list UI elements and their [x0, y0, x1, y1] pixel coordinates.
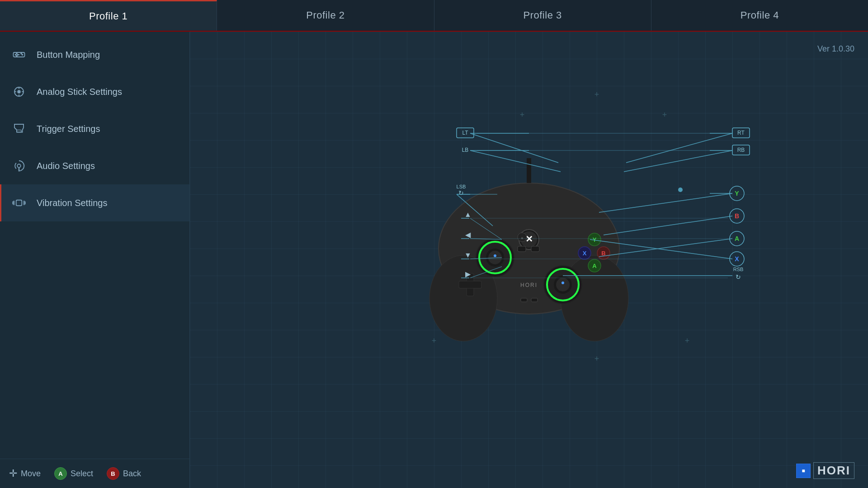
svg-text:LSB: LSB [457, 184, 466, 189]
svg-rect-88 [732, 128, 750, 138]
svg-text:↻: ↻ [736, 273, 741, 281]
svg-point-24 [561, 255, 628, 341]
svg-point-36 [556, 278, 570, 291]
b-button-icon: B [107, 467, 119, 480]
svg-text:RT: RT [737, 130, 745, 136]
svg-rect-41 [467, 273, 474, 296]
svg-text:+: + [520, 110, 525, 119]
svg-text:+: + [432, 336, 437, 345]
svg-text:+: + [685, 336, 690, 345]
button-mapping-label: Button Mapping [37, 50, 100, 60]
svg-text:◀: ◀ [465, 231, 471, 239]
svg-rect-42 [459, 281, 481, 288]
svg-point-34 [547, 269, 579, 300]
svg-point-45 [597, 247, 610, 259]
select-control: A Select [54, 467, 93, 480]
tab-profile3[interactable]: Profile 3 [434, 0, 651, 31]
svg-rect-6 [19, 54, 20, 56]
svg-point-35 [554, 276, 572, 294]
hori-icon: ■ [796, 464, 811, 478]
vibration-icon [10, 194, 28, 211]
svg-point-38 [519, 230, 539, 249]
svg-text:≡: ≡ [521, 236, 524, 240]
svg-point-103 [730, 231, 744, 246]
svg-text:B: B [735, 212, 739, 220]
tab-profile1-label: Profile 1 [89, 10, 127, 22]
tab-profile4-label: Profile 4 [741, 9, 779, 21]
svg-rect-64 [457, 145, 474, 155]
svg-point-37 [561, 282, 564, 284]
sidebar-item-button-mapping[interactable]: Button Mapping [0, 36, 189, 73]
svg-rect-52 [531, 246, 539, 252]
content-area: Ver 1.0.30 [190, 32, 868, 488]
svg-text:↻: ↻ [458, 189, 464, 197]
tab-profile2[interactable]: Profile 2 [217, 0, 434, 31]
annotation-svg: ✕ Y B A [190, 32, 868, 488]
sidebar-item-audio[interactable]: Audio Settings [0, 147, 189, 184]
trigger-label: Trigger Settings [37, 124, 100, 134]
back-label: Back [123, 469, 141, 479]
dpad-icon: ✛ [9, 468, 17, 479]
svg-point-27 [478, 240, 512, 275]
svg-point-43 [588, 233, 601, 246]
svg-text:A: A [592, 263, 597, 269]
svg-point-30 [488, 251, 502, 264]
back-control: B Back [107, 467, 141, 480]
tab-bar: Profile 1 Profile 2 Profile 3 Profile 4 [0, 0, 868, 32]
svg-text:HORI: HORI [520, 282, 538, 288]
audio-icon [10, 157, 28, 174]
svg-text:B: B [601, 250, 605, 257]
audio-label: Audio Settings [37, 161, 95, 171]
hori-logo: ■ HORI [796, 462, 854, 479]
svg-line-79 [470, 239, 502, 239]
svg-text:+: + [662, 110, 667, 119]
sidebar-item-trigger[interactable]: Trigger Settings [0, 110, 189, 147]
svg-text:▶: ▶ [465, 270, 471, 278]
svg-line-102 [599, 239, 732, 257]
svg-point-26 [476, 239, 514, 277]
svg-line-86 [626, 133, 732, 163]
tab-profile1[interactable]: Profile 1 [0, 0, 217, 31]
sidebar-item-analog-stick[interactable]: Analog Stick Settings [0, 73, 189, 110]
sidebar-item-vibration[interactable]: Vibration Settings [0, 184, 189, 221]
svg-point-23 [429, 255, 497, 341]
svg-rect-16 [19, 168, 20, 171]
svg-point-3 [16, 55, 18, 57]
svg-rect-51 [518, 246, 526, 252]
svg-point-49 [578, 247, 591, 259]
svg-text:✕: ✕ [525, 234, 533, 244]
svg-text:LB: LB [462, 147, 469, 153]
svg-point-32 [544, 266, 582, 304]
tab-profile4[interactable]: Profile 4 [651, 0, 868, 31]
svg-point-2 [16, 53, 18, 55]
analog-icon [10, 83, 28, 100]
svg-text:Y: Y [593, 236, 597, 243]
analog-stick-label: Analog Stick Settings [37, 87, 122, 97]
svg-rect-17 [16, 200, 22, 206]
svg-text:▲: ▲ [464, 211, 472, 218]
svg-point-47 [588, 259, 601, 272]
svg-point-53 [518, 233, 527, 242]
svg-point-97 [730, 186, 744, 201]
svg-point-106 [730, 252, 744, 266]
trigger-icon [10, 120, 28, 137]
svg-text:+: + [594, 90, 599, 99]
svg-rect-92 [732, 145, 750, 155]
svg-line-81 [470, 267, 502, 278]
svg-point-33 [546, 267, 580, 302]
svg-text:A: A [735, 235, 739, 242]
move-control: ✛ Move [9, 468, 41, 479]
vibration-label: Vibration Settings [37, 198, 107, 208]
svg-text:LT: LT [462, 130, 468, 136]
svg-rect-60 [457, 128, 474, 138]
svg-line-80 [470, 258, 502, 259]
svg-point-22 [439, 183, 619, 314]
svg-point-96 [678, 188, 683, 192]
svg-text:▼: ▼ [464, 251, 472, 259]
a-button-icon: A [54, 467, 67, 480]
svg-text:X: X [735, 255, 739, 263]
svg-text:RSB: RSB [733, 267, 744, 272]
svg-point-8 [17, 90, 21, 94]
bottom-controls: ✛ Move A Select B Back [0, 459, 189, 488]
svg-rect-56 [521, 298, 527, 302]
